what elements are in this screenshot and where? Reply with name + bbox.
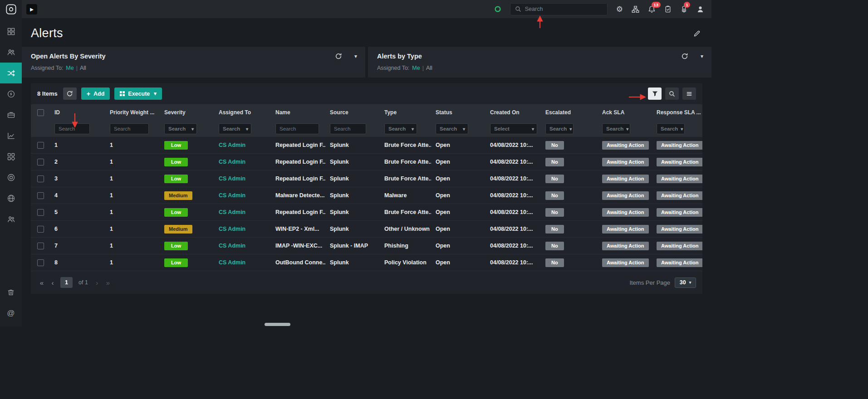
table-row[interactable]: 61MediumCS AdminWIN-EP2 - Xml...SplunkOt… <box>31 221 702 238</box>
sidebar-item-cases[interactable] <box>0 104 22 125</box>
sidebar-item-dashboard[interactable] <box>0 21 22 42</box>
sidebar-item-quick-actions[interactable] <box>0 83 22 104</box>
column-header-assigned-to[interactable]: Assigned To <box>214 109 271 116</box>
column-header-type[interactable]: Type <box>380 109 431 116</box>
table-row[interactable]: 41MediumCS AdminMalware Detecte...Splunk… <box>31 187 702 204</box>
chevron-down-icon[interactable]: ▾ <box>701 53 703 59</box>
page-next-button[interactable]: › <box>93 277 102 288</box>
row-checkbox[interactable] <box>37 226 44 233</box>
edit-pencil-icon[interactable] <box>693 30 701 37</box>
sidebar-item-mentions[interactable]: @ <box>0 303 22 324</box>
assigned-to-link[interactable]: CS Admin <box>219 142 245 148</box>
filter-input-name[interactable] <box>275 123 319 134</box>
chevron-down-icon[interactable]: ▾ <box>354 53 357 59</box>
filter-select-assigned-to[interactable]: Search▾ <box>219 123 251 134</box>
filter-select-ack-sla[interactable]: Search▾ <box>602 123 630 134</box>
ack-sla-badge: Awaiting Action <box>602 191 649 200</box>
table-search-button[interactable] <box>665 88 679 100</box>
column-header-status[interactable]: Status <box>431 109 485 116</box>
user-profile-icon[interactable] <box>696 5 704 13</box>
table-row[interactable]: 71LowCS AdminIMAP -WIN-EXC...Splunk - IM… <box>31 238 702 254</box>
filter-select-escalated[interactable]: Search▾ <box>545 123 574 134</box>
horizontal-scrollbar-thumb[interactable] <box>265 323 290 326</box>
row-checkbox[interactable] <box>37 243 44 249</box>
filter-select-created-on[interactable]: Select▾ <box>490 123 537 134</box>
escalated-badge: No <box>545 208 564 217</box>
packages-icon[interactable]: 1 <box>680 5 688 13</box>
filter-select-severity[interactable]: Search▾ <box>164 123 197 134</box>
health-status-icon[interactable] <box>494 5 501 13</box>
current-page[interactable]: 1 <box>60 277 73 288</box>
column-header-ack-sla[interactable]: Ack SLA <box>598 109 652 116</box>
table-menu-button[interactable] <box>682 88 696 100</box>
row-checkbox[interactable] <box>37 142 44 149</box>
refresh-icon[interactable] <box>682 53 688 59</box>
column-header-created-on[interactable]: Created On <box>485 109 541 116</box>
assigned-to-link[interactable]: CS Admin <box>219 159 245 165</box>
assigned-to-link[interactable]: CS Admin <box>219 243 245 249</box>
filter-button[interactable] <box>648 88 662 100</box>
execute-button[interactable]: Execute ▾ <box>114 88 162 100</box>
row-checkbox[interactable] <box>37 159 44 165</box>
sidebar-item-threat-intel[interactable] <box>0 167 22 188</box>
refresh-button[interactable] <box>63 88 77 100</box>
row-checkbox[interactable] <box>37 259 44 266</box>
row-checkbox[interactable] <box>37 192 44 199</box>
add-button[interactable]: +Add <box>81 88 110 100</box>
global-search[interactable] <box>510 3 608 15</box>
column-header-source[interactable]: Source <box>325 109 380 116</box>
refresh-icon[interactable] <box>335 53 342 59</box>
table-row[interactable]: 11LowCS AdminRepeated Login F...SplunkBr… <box>31 137 702 154</box>
menu-icon <box>686 91 692 97</box>
page-last-button[interactable]: » <box>103 277 113 288</box>
column-header-priority-weight[interactable]: Priority Weight ... <box>105 109 160 116</box>
assigned-me-link[interactable]: Me <box>66 65 74 71</box>
filter-select-response-sla[interactable]: Search▾ <box>657 123 685 134</box>
assigned-all-link[interactable]: All <box>80 65 86 71</box>
notifications-bell-icon[interactable]: 13 <box>648 5 656 13</box>
assigned-to-link[interactable]: CS Admin <box>219 209 245 215</box>
settings-gear-icon[interactable]: ⚙ <box>616 5 623 13</box>
table-row[interactable]: 31LowCS AdminRepeated Login F...SplunkBr… <box>31 170 702 187</box>
filter-input-priority-weight[interactable] <box>110 123 149 134</box>
select-all-checkbox[interactable] <box>37 109 44 116</box>
cell-name: IMAP -WIN-EXC... <box>271 238 325 254</box>
column-header-name[interactable]: Name <box>271 109 325 116</box>
page-prev-button[interactable]: ‹ <box>48 277 57 288</box>
cell-text: Open <box>436 259 450 266</box>
global-search-input[interactable] <box>525 6 598 12</box>
table-row[interactable]: 21LowCS AdminRepeated Login F...SplunkBr… <box>31 154 702 170</box>
filter-select-status[interactable]: Search▾ <box>436 123 468 134</box>
column-header-id[interactable]: ID <box>50 109 105 116</box>
app-logo[interactable] <box>0 0 22 18</box>
sidebar-item-web[interactable] <box>0 188 22 209</box>
play-button[interactable]: ▶ <box>26 4 37 15</box>
sidebar-item-orchestration[interactable] <box>0 63 22 83</box>
table-row[interactable]: 81LowCS AdminOutBound Conne...SplunkPoli… <box>31 254 702 271</box>
row-checkbox[interactable] <box>37 209 44 216</box>
assigned-to-link[interactable]: CS Admin <box>219 192 245 199</box>
table-row[interactable]: 51LowCS AdminRepeated Login F...SplunkBr… <box>31 204 702 221</box>
filter-input-id[interactable] <box>54 123 90 134</box>
assigned-me-link[interactable]: Me <box>412 65 420 71</box>
assigned-to-link[interactable]: CS Admin <box>219 226 245 232</box>
filter-select-type[interactable]: Search▾ <box>384 123 417 134</box>
sidebar-item-user-groups[interactable] <box>0 209 22 229</box>
integrations-sitemap-icon[interactable] <box>632 5 639 13</box>
sidebar-item-apps[interactable] <box>0 146 22 167</box>
page-first-button[interactable]: « <box>37 277 46 288</box>
cell-type: Phishing <box>380 238 431 254</box>
sidebar-item-teams[interactable] <box>0 42 22 63</box>
sidebar-item-analytics[interactable] <box>0 125 22 146</box>
row-checkbox[interactable] <box>37 175 44 182</box>
column-header-severity[interactable]: Severity <box>160 109 214 116</box>
filter-input-source[interactable] <box>330 123 366 134</box>
assigned-all-link[interactable]: All <box>426 65 432 71</box>
column-header-response-sla[interactable]: Response SLA ... <box>652 109 702 116</box>
items-per-page-select[interactable]: 30 ▾ <box>675 277 696 288</box>
tasks-clipboard-icon[interactable] <box>664 5 672 13</box>
assigned-to-link[interactable]: CS Admin <box>219 175 245 182</box>
column-header-escalated[interactable]: Escalated <box>541 109 598 116</box>
sidebar-item-trash[interactable] <box>0 282 22 303</box>
assigned-to-link[interactable]: CS Admin <box>219 259 245 266</box>
